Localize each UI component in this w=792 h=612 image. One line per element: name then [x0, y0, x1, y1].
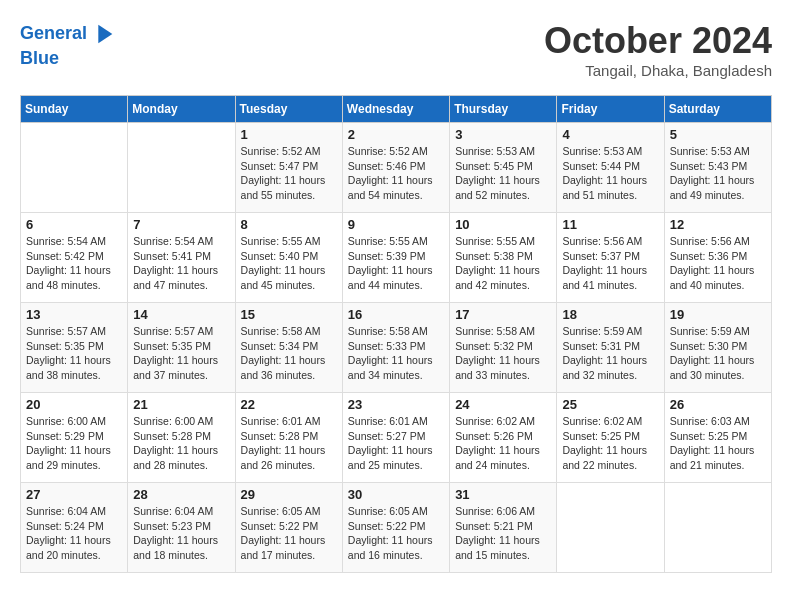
- cell-day-info: Sunrise: 6:06 AM Sunset: 5:21 PM Dayligh…: [455, 504, 551, 563]
- weekday-header: Friday: [557, 96, 664, 123]
- cell-day-number: 16: [348, 307, 444, 322]
- weekday-header: Sunday: [21, 96, 128, 123]
- calendar-cell: 10Sunrise: 5:55 AM Sunset: 5:38 PM Dayli…: [450, 213, 557, 303]
- cell-day-info: Sunrise: 5:58 AM Sunset: 5:34 PM Dayligh…: [241, 324, 337, 383]
- cell-day-info: Sunrise: 5:59 AM Sunset: 5:30 PM Dayligh…: [670, 324, 766, 383]
- calendar-cell: 1Sunrise: 5:52 AM Sunset: 5:47 PM Daylig…: [235, 123, 342, 213]
- cell-day-number: 29: [241, 487, 337, 502]
- calendar-cell: 23Sunrise: 6:01 AM Sunset: 5:27 PM Dayli…: [342, 393, 449, 483]
- cell-day-number: 6: [26, 217, 122, 232]
- cell-day-info: Sunrise: 6:05 AM Sunset: 5:22 PM Dayligh…: [348, 504, 444, 563]
- cell-day-number: 23: [348, 397, 444, 412]
- cell-day-number: 5: [670, 127, 766, 142]
- cell-day-info: Sunrise: 6:03 AM Sunset: 5:25 PM Dayligh…: [670, 414, 766, 473]
- svg-marker-0: [98, 25, 112, 44]
- calendar-week-row: 27Sunrise: 6:04 AM Sunset: 5:24 PM Dayli…: [21, 483, 772, 573]
- calendar-cell: 13Sunrise: 5:57 AM Sunset: 5:35 PM Dayli…: [21, 303, 128, 393]
- cell-day-number: 11: [562, 217, 658, 232]
- calendar-cell: 3Sunrise: 5:53 AM Sunset: 5:45 PM Daylig…: [450, 123, 557, 213]
- cell-day-number: 14: [133, 307, 229, 322]
- page-header: General Blue October 2024 Tangail, Dhaka…: [20, 20, 772, 79]
- calendar-cell: 14Sunrise: 5:57 AM Sunset: 5:35 PM Dayli…: [128, 303, 235, 393]
- cell-day-number: 24: [455, 397, 551, 412]
- calendar-cell: 31Sunrise: 6:06 AM Sunset: 5:21 PM Dayli…: [450, 483, 557, 573]
- cell-day-info: Sunrise: 6:01 AM Sunset: 5:28 PM Dayligh…: [241, 414, 337, 473]
- cell-day-info: Sunrise: 5:56 AM Sunset: 5:37 PM Dayligh…: [562, 234, 658, 293]
- weekday-header: Thursday: [450, 96, 557, 123]
- cell-day-info: Sunrise: 5:54 AM Sunset: 5:42 PM Dayligh…: [26, 234, 122, 293]
- logo-icon: [89, 20, 117, 48]
- calendar-cell: 19Sunrise: 5:59 AM Sunset: 5:30 PM Dayli…: [664, 303, 771, 393]
- cell-day-info: Sunrise: 5:58 AM Sunset: 5:32 PM Dayligh…: [455, 324, 551, 383]
- calendar-week-row: 20Sunrise: 6:00 AM Sunset: 5:29 PM Dayli…: [21, 393, 772, 483]
- calendar-cell: 18Sunrise: 5:59 AM Sunset: 5:31 PM Dayli…: [557, 303, 664, 393]
- calendar-week-row: 13Sunrise: 5:57 AM Sunset: 5:35 PM Dayli…: [21, 303, 772, 393]
- weekday-header: Wednesday: [342, 96, 449, 123]
- calendar-cell: [557, 483, 664, 573]
- cell-day-info: Sunrise: 5:54 AM Sunset: 5:41 PM Dayligh…: [133, 234, 229, 293]
- calendar-table: SundayMondayTuesdayWednesdayThursdayFrid…: [20, 95, 772, 573]
- title-block: October 2024 Tangail, Dhaka, Bangladesh: [544, 20, 772, 79]
- cell-day-info: Sunrise: 5:58 AM Sunset: 5:33 PM Dayligh…: [348, 324, 444, 383]
- cell-day-info: Sunrise: 5:55 AM Sunset: 5:40 PM Dayligh…: [241, 234, 337, 293]
- cell-day-number: 22: [241, 397, 337, 412]
- calendar-cell: 12Sunrise: 5:56 AM Sunset: 5:36 PM Dayli…: [664, 213, 771, 303]
- calendar-cell: 24Sunrise: 6:02 AM Sunset: 5:26 PM Dayli…: [450, 393, 557, 483]
- calendar-cell: [664, 483, 771, 573]
- calendar-cell: 20Sunrise: 6:00 AM Sunset: 5:29 PM Dayli…: [21, 393, 128, 483]
- cell-day-info: Sunrise: 6:05 AM Sunset: 5:22 PM Dayligh…: [241, 504, 337, 563]
- cell-day-number: 20: [26, 397, 122, 412]
- cell-day-info: Sunrise: 5:55 AM Sunset: 5:39 PM Dayligh…: [348, 234, 444, 293]
- cell-day-number: 21: [133, 397, 229, 412]
- cell-day-number: 7: [133, 217, 229, 232]
- calendar-body: 1Sunrise: 5:52 AM Sunset: 5:47 PM Daylig…: [21, 123, 772, 573]
- cell-day-info: Sunrise: 5:52 AM Sunset: 5:46 PM Dayligh…: [348, 144, 444, 203]
- cell-day-number: 12: [670, 217, 766, 232]
- calendar-week-row: 1Sunrise: 5:52 AM Sunset: 5:47 PM Daylig…: [21, 123, 772, 213]
- cell-day-number: 15: [241, 307, 337, 322]
- cell-day-number: 27: [26, 487, 122, 502]
- cell-day-number: 25: [562, 397, 658, 412]
- logo: General Blue: [20, 20, 117, 70]
- cell-day-info: Sunrise: 6:04 AM Sunset: 5:23 PM Dayligh…: [133, 504, 229, 563]
- cell-day-number: 31: [455, 487, 551, 502]
- cell-day-number: 2: [348, 127, 444, 142]
- calendar-cell: 7Sunrise: 5:54 AM Sunset: 5:41 PM Daylig…: [128, 213, 235, 303]
- calendar-cell: 4Sunrise: 5:53 AM Sunset: 5:44 PM Daylig…: [557, 123, 664, 213]
- calendar-week-row: 6Sunrise: 5:54 AM Sunset: 5:42 PM Daylig…: [21, 213, 772, 303]
- logo-text: General: [20, 23, 87, 45]
- calendar-cell: 17Sunrise: 5:58 AM Sunset: 5:32 PM Dayli…: [450, 303, 557, 393]
- calendar-cell: 6Sunrise: 5:54 AM Sunset: 5:42 PM Daylig…: [21, 213, 128, 303]
- cell-day-info: Sunrise: 5:57 AM Sunset: 5:35 PM Dayligh…: [133, 324, 229, 383]
- cell-day-number: 28: [133, 487, 229, 502]
- cell-day-info: Sunrise: 5:59 AM Sunset: 5:31 PM Dayligh…: [562, 324, 658, 383]
- cell-day-info: Sunrise: 5:53 AM Sunset: 5:43 PM Dayligh…: [670, 144, 766, 203]
- location: Tangail, Dhaka, Bangladesh: [544, 62, 772, 79]
- cell-day-number: 30: [348, 487, 444, 502]
- calendar-cell: 9Sunrise: 5:55 AM Sunset: 5:39 PM Daylig…: [342, 213, 449, 303]
- calendar-cell: 11Sunrise: 5:56 AM Sunset: 5:37 PM Dayli…: [557, 213, 664, 303]
- calendar-cell: 25Sunrise: 6:02 AM Sunset: 5:25 PM Dayli…: [557, 393, 664, 483]
- calendar-cell: 28Sunrise: 6:04 AM Sunset: 5:23 PM Dayli…: [128, 483, 235, 573]
- logo-blue-text: Blue: [20, 48, 117, 70]
- cell-day-info: Sunrise: 5:56 AM Sunset: 5:36 PM Dayligh…: [670, 234, 766, 293]
- weekday-header: Saturday: [664, 96, 771, 123]
- cell-day-info: Sunrise: 5:52 AM Sunset: 5:47 PM Dayligh…: [241, 144, 337, 203]
- cell-day-number: 9: [348, 217, 444, 232]
- calendar-cell: [21, 123, 128, 213]
- cell-day-info: Sunrise: 6:01 AM Sunset: 5:27 PM Dayligh…: [348, 414, 444, 473]
- cell-day-number: 3: [455, 127, 551, 142]
- cell-day-number: 1: [241, 127, 337, 142]
- cell-day-number: 13: [26, 307, 122, 322]
- calendar-cell: 2Sunrise: 5:52 AM Sunset: 5:46 PM Daylig…: [342, 123, 449, 213]
- calendar-cell: 16Sunrise: 5:58 AM Sunset: 5:33 PM Dayli…: [342, 303, 449, 393]
- cell-day-info: Sunrise: 5:55 AM Sunset: 5:38 PM Dayligh…: [455, 234, 551, 293]
- cell-day-number: 17: [455, 307, 551, 322]
- cell-day-info: Sunrise: 6:00 AM Sunset: 5:29 PM Dayligh…: [26, 414, 122, 473]
- calendar-cell: 5Sunrise: 5:53 AM Sunset: 5:43 PM Daylig…: [664, 123, 771, 213]
- calendar-cell: 22Sunrise: 6:01 AM Sunset: 5:28 PM Dayli…: [235, 393, 342, 483]
- cell-day-info: Sunrise: 6:02 AM Sunset: 5:25 PM Dayligh…: [562, 414, 658, 473]
- weekday-header: Tuesday: [235, 96, 342, 123]
- calendar-cell: [128, 123, 235, 213]
- calendar-cell: 27Sunrise: 6:04 AM Sunset: 5:24 PM Dayli…: [21, 483, 128, 573]
